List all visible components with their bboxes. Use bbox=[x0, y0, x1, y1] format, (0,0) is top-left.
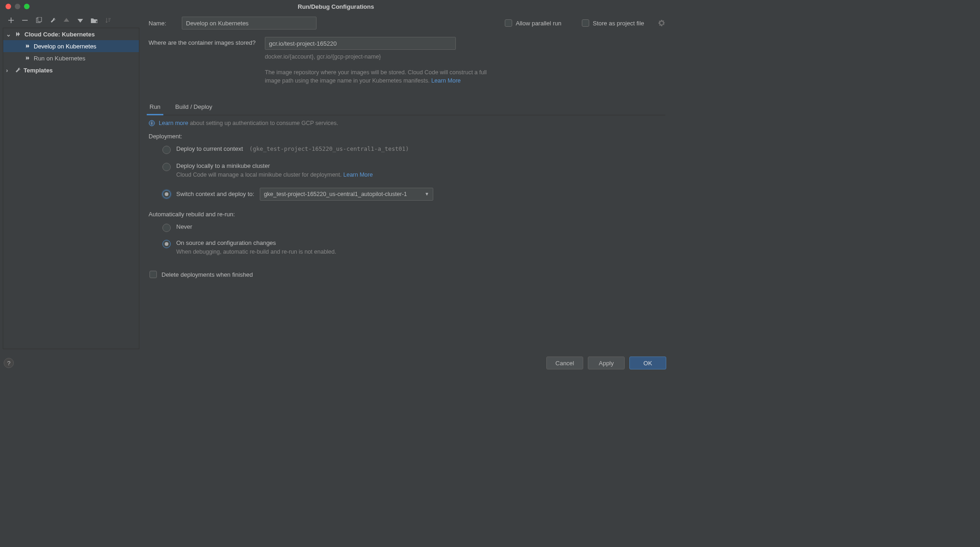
image-store-label: Where are the container images stored? bbox=[149, 37, 258, 46]
context-combo[interactable]: gke_test-project-165220_us-central1_auto… bbox=[260, 188, 433, 201]
gear-icon[interactable] bbox=[658, 19, 665, 27]
cloud-code-icon bbox=[14, 31, 22, 37]
tree-templates[interactable]: › Templates bbox=[3, 64, 139, 76]
chevron-down-icon: ▼ bbox=[424, 191, 429, 196]
tree-item-label: Develop on Kubernetes bbox=[34, 43, 96, 50]
titlebar: Run/Debug Configurations bbox=[0, 0, 672, 13]
store-project-checkbox[interactable]: Store as project file bbox=[582, 19, 644, 27]
tree-root-cloud-code[interactable]: ⌄ Cloud Code: Kubernetes bbox=[3, 28, 139, 40]
tree-item-label: Run on Kubernetes bbox=[34, 55, 85, 62]
sort-icon[interactable] bbox=[104, 17, 112, 24]
tree-templates-label: Templates bbox=[24, 67, 53, 74]
tab-run[interactable]: Run bbox=[149, 101, 161, 115]
window-title: Run/Debug Configurations bbox=[298, 3, 374, 10]
cancel-button[interactable]: Cancel bbox=[546, 357, 583, 369]
config-tree: ⌄ Cloud Code: Kubernetes Develop on Kube… bbox=[3, 28, 139, 349]
radio-deploy-minikube[interactable]: Deploy locally to a minikube cluster Clo… bbox=[162, 162, 665, 179]
radio-icon bbox=[162, 224, 171, 232]
allow-parallel-label: Allow parallel run bbox=[516, 20, 562, 27]
checkbox-icon bbox=[505, 19, 512, 27]
move-down-icon[interactable] bbox=[77, 17, 84, 24]
image-store-desc: The image repository where your images w… bbox=[265, 68, 496, 85]
learn-more-link[interactable]: Learn more bbox=[159, 120, 188, 126]
tab-build-deploy[interactable]: Build / Deploy bbox=[174, 101, 213, 115]
current-context-text: (gke_test-project-165220_us-central1-a_t… bbox=[249, 145, 409, 152]
svg-rect-1 bbox=[38, 17, 42, 22]
svg-text:i: i bbox=[151, 121, 152, 125]
allow-parallel-checkbox[interactable]: Allow parallel run bbox=[505, 19, 562, 27]
chevron-down-icon: ⌄ bbox=[6, 31, 12, 38]
ok-button[interactable]: OK bbox=[629, 357, 666, 369]
image-store-hint: docker.io/{account}, gcr.io/{gcp-project… bbox=[265, 54, 665, 60]
store-project-label: Store as project file bbox=[593, 20, 644, 27]
radio-icon bbox=[162, 240, 171, 248]
wrench-icon[interactable] bbox=[49, 17, 56, 24]
apply-button[interactable]: Apply bbox=[588, 357, 625, 369]
add-config-icon[interactable] bbox=[7, 17, 15, 24]
image-store-input[interactable] bbox=[265, 37, 456, 50]
info-icon: i bbox=[149, 120, 155, 126]
window-minimize-button[interactable] bbox=[15, 4, 20, 9]
tree-item-run[interactable]: Run on Kubernetes bbox=[3, 52, 139, 64]
move-up-icon[interactable] bbox=[63, 17, 70, 24]
delete-deployments-label: Delete deployments when finished bbox=[161, 271, 253, 278]
remove-config-icon[interactable] bbox=[21, 17, 29, 24]
folder-icon[interactable] bbox=[90, 17, 98, 24]
cloud-code-icon bbox=[24, 43, 31, 49]
learn-more-link[interactable]: Learn More bbox=[431, 77, 461, 84]
checkbox-icon bbox=[582, 19, 589, 27]
content-panel: Name: Allow parallel run Store as projec… bbox=[139, 13, 672, 349]
radio-switch-context[interactable]: Switch context and deploy to: gke_test-p… bbox=[162, 188, 665, 201]
sidebar-toolbar bbox=[3, 16, 139, 28]
radio-icon bbox=[162, 146, 171, 154]
radio-icon bbox=[162, 163, 171, 171]
chevron-right-icon: › bbox=[6, 67, 12, 74]
radio-deploy-current[interactable]: Deploy to current context (gke_test-proj… bbox=[162, 145, 665, 154]
radio-never[interactable]: Never bbox=[162, 223, 665, 232]
on-change-sub: When debugging, automatic re-build and r… bbox=[176, 248, 336, 256]
window-zoom-button[interactable] bbox=[24, 4, 30, 9]
tabs: Run Build / Deploy bbox=[149, 101, 665, 115]
tree-root-label: Cloud Code: Kubernetes bbox=[24, 31, 95, 38]
delete-deployments-checkbox[interactable]: Delete deployments when finished bbox=[149, 271, 665, 278]
context-value: gke_test-project-165220_us-central1_auto… bbox=[264, 191, 407, 197]
sidebar: ⌄ Cloud Code: Kubernetes Develop on Kube… bbox=[0, 13, 139, 349]
info-text: Learn more about setting up authenticati… bbox=[159, 120, 338, 126]
radio-icon bbox=[162, 190, 171, 198]
tree-item-develop[interactable]: Develop on Kubernetes bbox=[3, 40, 139, 52]
minikube-sub: Cloud Code will manage a local minikube … bbox=[176, 171, 373, 179]
window-close-button[interactable] bbox=[6, 4, 11, 9]
help-button[interactable]: ? bbox=[4, 358, 14, 368]
wrench-icon bbox=[14, 67, 21, 73]
rebuild-label: Automatically rebuild and re-run: bbox=[149, 211, 665, 218]
footer: ? Cancel Apply OK bbox=[0, 349, 672, 375]
deployment-label: Deployment: bbox=[149, 133, 665, 140]
name-label: Name: bbox=[149, 20, 173, 27]
cloud-code-icon bbox=[24, 55, 31, 61]
radio-on-change[interactable]: On source and configuration changes When… bbox=[162, 239, 665, 256]
learn-more-link[interactable]: Learn More bbox=[343, 172, 373, 178]
copy-config-icon[interactable] bbox=[35, 17, 42, 24]
name-input[interactable] bbox=[182, 17, 317, 30]
checkbox-icon bbox=[149, 271, 157, 278]
